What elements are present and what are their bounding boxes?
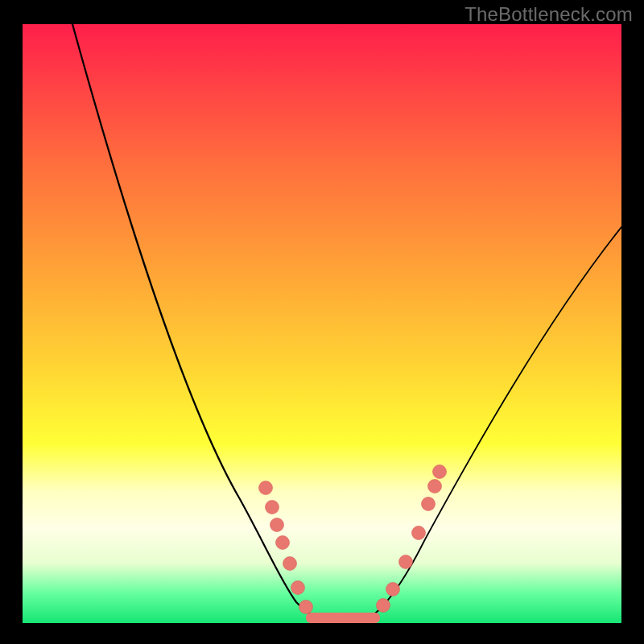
marker-dot — [299, 601, 313, 614]
marker-dot — [291, 581, 305, 595]
marker-dot — [422, 497, 436, 511]
marker-dot — [386, 583, 400, 597]
watermark-text: TheBottleneck.com — [464, 3, 633, 26]
marker-dot — [428, 480, 442, 493]
marker-dot — [276, 536, 290, 550]
marker-dot — [412, 526, 426, 540]
chart-frame: TheBottleneck.com — [0, 0, 644, 644]
marker-dot — [259, 481, 273, 495]
marker-dot — [433, 465, 447, 479]
marker-dot — [377, 599, 390, 613]
marker-dot — [399, 555, 413, 569]
marker-dot — [266, 501, 279, 514]
curve-layer — [23, 24, 621, 623]
plot-area — [23, 24, 621, 623]
marker-dot — [270, 518, 284, 532]
valley-bar — [306, 613, 380, 623]
marker-dot — [283, 557, 297, 571]
